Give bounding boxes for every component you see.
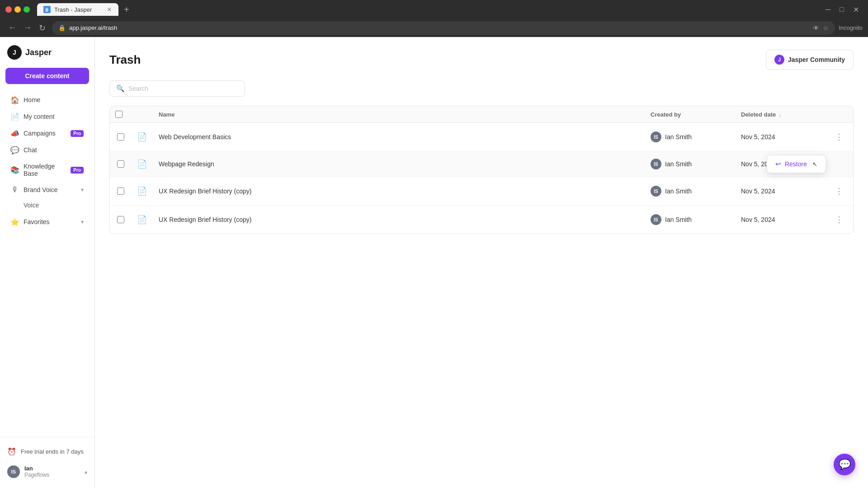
search-wrap: 🔍 bbox=[109, 80, 854, 97]
brand-voice-group: 🎙 Brand Voice ▾ Voice bbox=[0, 182, 94, 212]
chevron-down-icon: ▾ bbox=[81, 219, 84, 225]
browser-window-controls[interactable]: ─ □ ✕ bbox=[822, 4, 863, 16]
row-checkbox[interactable] bbox=[117, 188, 124, 195]
address-input[interactable] bbox=[69, 24, 809, 31]
row-deleted-date-cell: Nov 5, 2024 bbox=[736, 212, 826, 227]
row-checkbox-wrap[interactable] bbox=[110, 130, 132, 144]
logo-icon: J bbox=[7, 45, 22, 60]
sidebar-item-chat[interactable]: 💬 Chat bbox=[4, 142, 91, 158]
forward-btn[interactable]: → bbox=[21, 21, 34, 35]
reload-btn[interactable]: ↻ bbox=[36, 21, 48, 35]
sidebar-item-knowledge-base[interactable]: 📚 Knowledge Base Pro bbox=[4, 159, 91, 181]
file-name: UX Redesign Brief History (copy) bbox=[159, 188, 251, 195]
file-name: Webpage Redesign bbox=[159, 160, 214, 168]
user-name: Ian bbox=[24, 465, 80, 472]
sidebar-item-favorites[interactable]: ⭐ Favorites ▾ bbox=[4, 214, 91, 230]
th-name: Name bbox=[153, 111, 645, 118]
select-all-checkbox[interactable] bbox=[115, 111, 123, 118]
window-min-btn[interactable] bbox=[14, 6, 21, 13]
sidebar-item-brand-voice[interactable]: 🎙 Brand Voice ▾ bbox=[4, 182, 91, 198]
row-actions-cell: ⋮ bbox=[826, 209, 853, 230]
sidebar-item-label: Brand Voice bbox=[24, 186, 76, 193]
deleted-date: Nov 5, 2024 bbox=[741, 216, 775, 223]
th-created-by: Created by bbox=[645, 111, 736, 118]
user-name-wrap: Ian Pageflows bbox=[24, 465, 80, 478]
community-icon: J bbox=[774, 55, 784, 65]
tab-title: Trash - Jasper bbox=[54, 6, 92, 13]
file-name: UX Redesign Brief History (copy) bbox=[159, 216, 251, 223]
chevron-up-icon: ▴ bbox=[85, 469, 87, 475]
community-button-label: Jasper Community bbox=[788, 56, 845, 63]
home-icon: 🏠 bbox=[11, 96, 19, 104]
user-info[interactable]: IS Ian Pageflows ▴ bbox=[0, 460, 94, 483]
sort-icon: ↓ bbox=[778, 111, 782, 118]
table-row: 📄 Webpage Redesign IS Ian Smith Nov 5, 2… bbox=[110, 151, 853, 177]
more-options-btn[interactable]: ⋮ bbox=[831, 130, 847, 144]
trial-info[interactable]: ⏰ Free trial ends in 7 days bbox=[0, 443, 94, 460]
document-icon: 📄 bbox=[137, 132, 147, 142]
document-icon: 📄 bbox=[137, 159, 147, 169]
table-header: Name Created by Deleted date ↓ bbox=[110, 106, 853, 123]
window-close-btn[interactable] bbox=[5, 6, 12, 13]
row-actions-cell: ⋮ bbox=[826, 127, 853, 147]
row-name-cell: Webpage Redesign bbox=[153, 157, 645, 171]
app-layout: J Jasper Create content 🏠 Home 📄 My cont… bbox=[0, 37, 868, 488]
address-input-wrap[interactable]: 🔒 👁 ☆ bbox=[52, 21, 835, 35]
created-by-name: Ian Smith bbox=[665, 133, 692, 141]
address-bar: ← → ↻ 🔒 👁 ☆ Incognito bbox=[0, 19, 868, 37]
sidebar-item-label: Knowledge Base bbox=[24, 163, 66, 177]
row-checkbox-wrap[interactable] bbox=[110, 212, 132, 227]
maximize-btn[interactable]: □ bbox=[836, 4, 848, 16]
row-name-cell: Web Development Basics bbox=[153, 130, 645, 144]
tab-bar: 🗑 Trash - Jasper ✕ + bbox=[37, 3, 818, 17]
created-by-name: Ian Smith bbox=[665, 188, 692, 195]
document-icon: 📄 bbox=[137, 215, 147, 225]
row-file-icon-cell: 📄 bbox=[132, 211, 153, 228]
table-row: 📄 UX Redesign Brief History (copy) IS Ia… bbox=[110, 177, 853, 206]
avatar: IS bbox=[651, 186, 661, 197]
window-max-btn[interactable] bbox=[24, 6, 30, 13]
row-checkbox-wrap[interactable] bbox=[110, 157, 132, 171]
voice-sub-label: Voice bbox=[24, 202, 39, 209]
row-checkbox-wrap[interactable] bbox=[110, 184, 132, 198]
community-button[interactable]: J Jasper Community bbox=[766, 50, 854, 70]
sidebar-item-voice[interactable]: Voice bbox=[4, 198, 91, 212]
new-tab-btn[interactable]: + bbox=[120, 3, 133, 17]
row-checkbox[interactable] bbox=[117, 133, 124, 141]
chat-bubble-btn[interactable]: 💬 bbox=[834, 454, 855, 475]
file-name: Web Development Basics bbox=[159, 133, 231, 141]
th-checkbox bbox=[110, 111, 132, 118]
more-options-btn[interactable]: ⋮ bbox=[831, 184, 847, 198]
sidebar-item-campaigns[interactable]: 📣 Campaigns Pro bbox=[4, 125, 91, 141]
row-file-icon-cell: 📄 bbox=[132, 183, 153, 200]
campaigns-icon: 📣 bbox=[11, 129, 19, 137]
avatar: IS bbox=[651, 214, 661, 225]
more-options-btn[interactable]: ⋮ bbox=[831, 213, 847, 226]
row-checkbox[interactable] bbox=[117, 160, 124, 168]
restore-dropdown[interactable]: ↩ Restore ↖ bbox=[767, 155, 826, 173]
back-btn[interactable]: ← bbox=[5, 21, 19, 35]
window-controls[interactable] bbox=[5, 6, 30, 13]
row-deleted-date-cell: Nov 5, 2024 bbox=[736, 184, 826, 198]
sidebar-item-home[interactable]: 🏠 Home bbox=[4, 92, 91, 108]
tab-close-btn[interactable]: ✕ bbox=[107, 6, 112, 13]
search-input[interactable] bbox=[128, 85, 238, 92]
star-icon[interactable]: ☆ bbox=[823, 24, 829, 32]
th-deleted-date[interactable]: Deleted date ↓ bbox=[736, 111, 826, 118]
create-content-button[interactable]: Create content bbox=[5, 68, 89, 84]
minimize-btn[interactable]: ─ bbox=[822, 4, 834, 16]
close-btn[interactable]: ✕ bbox=[849, 4, 863, 16]
row-checkbox[interactable] bbox=[117, 216, 124, 223]
content-icon: 📄 bbox=[11, 113, 19, 121]
sidebar-item-label: Campaigns bbox=[24, 130, 66, 137]
row-created-by-cell: IS Ian Smith bbox=[645, 128, 736, 146]
active-tab[interactable]: 🗑 Trash - Jasper ✕ bbox=[37, 3, 118, 16]
avatar: IS bbox=[7, 465, 20, 478]
address-right-controls[interactable]: Incognito bbox=[839, 24, 863, 31]
nav-buttons[interactable]: ← → ↻ bbox=[5, 21, 48, 35]
sidebar-item-my-content[interactable]: 📄 My content bbox=[4, 108, 91, 125]
search-input-wrap[interactable]: 🔍 bbox=[109, 80, 245, 97]
search-icon: 🔍 bbox=[116, 84, 125, 93]
address-icons: 👁 ☆ bbox=[813, 24, 829, 32]
deleted-date: Nov 5, 2024 bbox=[741, 188, 775, 195]
